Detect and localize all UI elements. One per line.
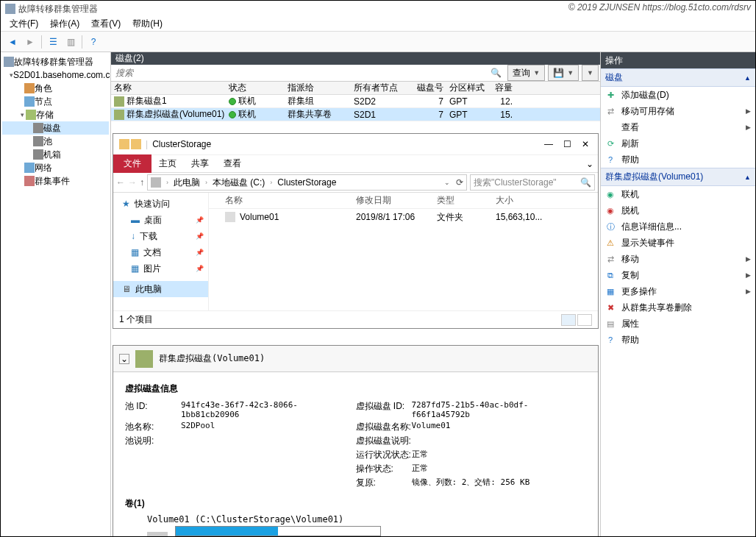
list-button[interactable]: ▼ [582, 65, 599, 81]
action-more[interactable]: ▦更多操作▶ [601, 283, 755, 299]
search-input[interactable] [111, 68, 486, 78]
nav-desktop[interactable]: ▬桌面📌 [113, 212, 208, 228]
actions-section-vdisk[interactable]: 群集虚拟磁盘(Volume01)▲ [601, 168, 755, 186]
actions-section-disks[interactable]: 磁盘▲ [601, 68, 755, 87]
address-bar[interactable]: › 此电脑› 本地磁盘 (C:)› ClusterStorage ⌄ ⟳ [147, 174, 467, 191]
action-offline[interactable]: ◉脱机 [601, 202, 755, 218]
tree-roles[interactable]: 角色 [2, 82, 109, 95]
tree-root[interactable]: 故障转移群集管理器 [2, 55, 109, 68]
disk-icon [114, 96, 124, 107]
menu-file[interactable]: 文件(F) [4, 16, 44, 32]
tree-networks[interactable]: 网络 [2, 161, 109, 174]
grid-row[interactable]: 群集虚拟磁盘(Volume01) 联机 群集共享卷 S2D1 7 GPT 15. [111, 108, 600, 121]
drive-icon [147, 532, 168, 538]
action-online[interactable]: ◉联机 [601, 186, 755, 202]
nav-up-icon[interactable]: ↑ [140, 177, 144, 188]
actions-pane: 操作 磁盘▲ ✚添加磁盘(D) ⇄移动可用存储▶ 查看▶ ⟳刷新 ?帮助 群集虚… [601, 52, 755, 536]
nav-back-icon[interactable]: ← [116, 177, 125, 188]
status-online-icon [229, 98, 236, 105]
tree-enclosures[interactable]: 机箱 [2, 148, 109, 161]
tree-nodes[interactable]: 节点 [2, 95, 109, 108]
disk-icon [114, 110, 124, 120]
status-online-icon [229, 111, 236, 118]
save-button[interactable]: 💾▼ [548, 65, 579, 81]
explorer-list-item[interactable]: Volume01 2019/8/1 17:06 文件夹 15,663,10... [209, 209, 598, 225]
action-properties[interactable]: ▤属性 [601, 316, 755, 332]
explorer-title: ClusterStorage [152, 139, 211, 149]
action-help[interactable]: ?帮助 [601, 332, 755, 348]
collapse-button[interactable]: ⌄ [119, 354, 129, 364]
nav-fwd-button[interactable]: ► [22, 34, 38, 50]
section-vdinfo: 虚拟磁盘信息 [125, 383, 586, 395]
grid-header: 名称 状态 指派给 所有者节点 磁盘号 分区样式 容量 [111, 82, 600, 95]
status-text: 1 个项目 [119, 313, 153, 326]
capacity-bar [175, 526, 381, 536]
view-details-button[interactable] [561, 314, 576, 326]
tree-storage[interactable]: ▾存储 [2, 108, 109, 121]
folder-icon [119, 139, 129, 149]
close-button[interactable]: ✕ [582, 139, 589, 149]
nav-pictures[interactable]: ▦图片📌 [113, 260, 208, 277]
menu-help[interactable]: 帮助(H) [126, 16, 168, 32]
app-icon [5, 4, 15, 14]
actions-header: 操作 [601, 52, 755, 68]
nav-thispc[interactable]: 🖥此电脑 [113, 281, 208, 297]
disk-icon [135, 350, 153, 368]
refresh-button[interactable]: ▥ [63, 34, 79, 50]
maximize-button[interactable]: ☐ [563, 139, 571, 149]
help-button[interactable]: ? [85, 34, 101, 50]
action-info[interactable]: ⓘ信息详细信息... [601, 218, 755, 235]
grid-row[interactable]: 群集磁盘1 联机 群集组 S2D2 7 GPT 12. [111, 95, 600, 108]
refresh-icon[interactable]: ⟳ [456, 177, 463, 188]
watermark: © 2019 ZJUNSEN https://blog.51cto.com/rd… [568, 2, 751, 13]
query-button[interactable]: 查询▼ [507, 65, 545, 81]
action-critical-events[interactable]: ⚠显示关键事件 [601, 235, 755, 251]
details-title: 群集虚拟磁盘(Volume01) [159, 352, 265, 365]
tree-disks[interactable]: 磁盘 [2, 121, 109, 135]
folder-icon [225, 212, 235, 222]
details-pane: ⌄ 群集虚拟磁盘(Volume01) 虚拟磁盘信息 池 ID:941fc43e-… [113, 345, 599, 537]
nav-downloads[interactable]: ↓下载📌 [113, 228, 208, 244]
action-refresh[interactable]: ⟳刷新 [601, 135, 755, 152]
action-remove-csv[interactable]: ✖从群集共享卷删除 [601, 299, 755, 316]
explorer-nav: ★快速访问 ▬桌面📌 ↓下载📌 ▦文档📌 ▦图片📌 🖥此电脑 [113, 193, 209, 310]
action-replicate[interactable]: ⧉复制▶ [601, 267, 755, 283]
tab-share[interactable]: 共享 [184, 154, 216, 173]
nav-back-button[interactable]: ◄ [4, 34, 21, 50]
folder-icon [131, 139, 141, 149]
tab-file[interactable]: 文件 [113, 154, 151, 173]
explorer-list-header: 名称 修改日期 类型 大小 [209, 193, 598, 209]
action-view[interactable]: 查看▶ [601, 119, 755, 135]
toolbar: ◄ ► ☰ ▥ ? [1, 32, 755, 52]
minimize-button[interactable]: — [544, 139, 553, 149]
action-move[interactable]: ⇄移动▶ [601, 251, 755, 267]
center-header: 磁盘(2) [111, 52, 600, 65]
menu-view[interactable]: 查看(V) [85, 16, 126, 32]
up-button[interactable]: ☰ [45, 34, 61, 50]
tree-cluster[interactable]: ▾S2D01.basehome.com.cn [2, 68, 109, 82]
volume-path: Volume01 (C:\ClusterStorage\Volume01) [147, 514, 586, 524]
action-move-storage[interactable]: ⇄移动可用存储▶ [601, 103, 755, 119]
menubar: 文件(F) 操作(A) 查看(V) 帮助(H) [1, 17, 755, 32]
explorer-search[interactable]: 搜索"ClusterStorage" 🔍 [470, 174, 595, 191]
nav-documents[interactable]: ▦文档📌 [113, 244, 208, 260]
action-add-disk[interactable]: ✚添加磁盘(D) [601, 87, 755, 103]
tab-view[interactable]: 查看 [216, 154, 249, 173]
nav-fwd-icon[interactable]: → [128, 177, 137, 188]
expand-ribbon-button[interactable]: ⌄ [586, 159, 598, 169]
explorer-window: | ClusterStorage — ☐ ✕ 文件 主页 共享 查看 ⌄ ← →… [113, 133, 599, 329]
menu-action[interactable]: 操作(A) [44, 16, 85, 32]
tree-pools[interactable]: 池 [2, 135, 109, 148]
tree-events[interactable]: 群集事件 [2, 174, 109, 188]
action-help[interactable]: ?帮助 [601, 152, 755, 168]
nav-tree: 故障转移群集管理器 ▾S2D01.basehome.com.cn 角色 节点 ▾… [1, 52, 111, 536]
drive-icon [151, 177, 161, 188]
search-icon: 🔍 [580, 177, 591, 188]
window-title: 故障转移群集管理器 [18, 3, 98, 15]
search-icon[interactable]: 🔍 [486, 68, 506, 78]
section-volumes: 卷(1) [125, 497, 586, 510]
nav-quick[interactable]: ★快速访问 [113, 196, 208, 212]
tab-home[interactable]: 主页 [151, 154, 184, 173]
view-large-button[interactable] [577, 314, 592, 326]
